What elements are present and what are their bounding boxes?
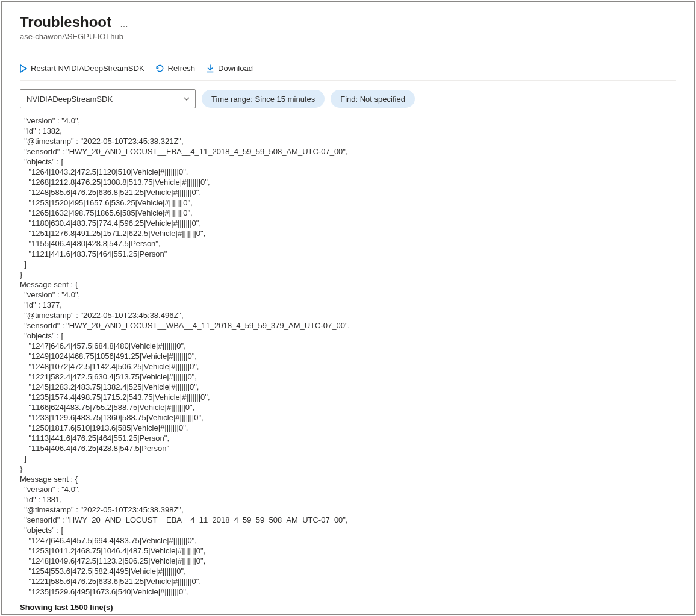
log-line: Message sent : { [20,474,676,484]
breadcrumb-subtitle: ase-chawonASEGPU-IOThub [20,32,676,41]
log-line: "1113|441.6|476.25|464|551.25|Person", [20,433,676,443]
page-title: Troubleshoot [20,14,111,31]
page-container: Troubleshoot … ase-chawonASEGPU-IOThub R… [1,1,695,615]
log-line: "objects" : [ [20,525,676,535]
log-line: "version" : "4.0", [20,116,676,126]
log-line: "@timestamp" : "2022-05-10T23:45:38.496Z… [20,310,676,320]
module-select[interactable]: NVIDIADeepStreamSDK [20,89,196,108]
more-actions-ellipsis[interactable]: … [120,19,129,29]
log-line: } [20,269,676,279]
find-pill[interactable]: Find: Not specified [331,90,415,108]
log-line: "@timestamp" : "2022-05-10T23:45:38.321Z… [20,136,676,146]
log-line: "1248|1049.6|472.5|1123.2|506.25|Vehicle… [20,556,676,566]
restart-label: Restart NVIDIADeepStreamSDK [31,64,144,73]
log-line: "1166|624|483.75|755.2|588.75|Vehicle|#|… [20,402,676,412]
log-line: "1121|441.6|483.75|464|551.25|Person" [20,249,676,259]
log-line: ] [20,259,676,269]
log-line: "objects" : [ [20,157,676,167]
log-line: "1268|1212.8|476.25|1308.8|513.75|Vehicl… [20,177,676,187]
log-line: "1253|1520|495|1657.6|536.25|Vehicle|#||… [20,198,676,208]
log-line: "1254|553.6|472.5|582.4|495|Vehicle|#|||… [20,566,676,576]
log-line: "id" : 1382, [20,126,676,136]
log-line: "1249|1024|468.75|1056|491.25|Vehicle|#|… [20,351,676,361]
log-footer: Showing last 1500 line(s) [20,603,676,612]
log-line: "1221|585.6|476.25|633.6|521.25|Vehicle|… [20,576,676,586]
time-range-pill[interactable]: Time range: Since 15 minutes [202,90,325,108]
log-line: "1264|1043.2|472.5|1120|510|Vehicle|#|||… [20,167,676,177]
log-line: Message sent : { [20,279,676,290]
log-line: "1250|1817.6|510|1913.6|585|Vehicle|#|||… [20,423,676,433]
log-line: "objects" : [ [20,331,676,341]
download-icon [206,64,214,73]
log-line: "1248|1072|472.5|1142.4|506.25|Vehicle|#… [20,361,676,372]
log-line: "sensorId" : "HWY_20_AND_LOCUST__EBA__4_… [20,515,676,525]
log-line: "1253|1011.2|468.75|1046.4|487.5|Vehicle… [20,546,676,556]
log-line: "1251|1276.8|491.25|1571.2|622.5|Vehicle… [20,228,676,238]
log-line: "1221|582.4|472.5|630.4|513.75|Vehicle|#… [20,372,676,382]
log-output: "version" : "4.0", "id" : 1382, "@timest… [20,116,676,597]
log-line: "version" : "4.0", [20,290,676,300]
log-line: "id" : 1377, [20,300,676,310]
toolbar: Restart NVIDIADeepStreamSDK Refresh Down… [20,63,676,81]
log-line: "1155|406.4|480|428.8|547.5|Person", [20,238,676,249]
refresh-button[interactable]: Refresh [155,63,196,74]
log-line: ] [20,453,676,464]
log-line: "1247|646.4|457.5|684.8|480|Vehicle|#|||… [20,341,676,351]
log-line: "version" : "4.0", [20,484,676,494]
download-button[interactable]: Download [206,63,253,74]
header-row: Troubleshoot … [20,14,676,31]
log-line: "1247|646.4|457.5|694.4|483.75|Vehicle|#… [20,535,676,546]
download-label: Download [218,64,253,73]
log-line: "1248|585.6|476.25|636.8|521.25|Vehicle|… [20,187,676,198]
log-line: "1235|1529.6|495|1673.6|540|Vehicle|#|||… [20,586,676,597]
log-line: "@timestamp" : "2022-05-10T23:45:38.398Z… [20,505,676,515]
log-line: "1265|1632|498.75|1865.6|585|Vehicle|#||… [20,208,676,218]
log-line: "1245|1283.2|483.75|1382.4|525|Vehicle|#… [20,382,676,392]
log-line: } [20,464,676,474]
log-line: "id" : 1381, [20,494,676,505]
restart-button[interactable]: Restart NVIDIADeepStreamSDK [20,63,144,74]
log-line: "1180|630.4|483.75|774.4|596.25|Vehicle|… [20,218,676,228]
play-icon [20,64,27,73]
refresh-icon [155,64,164,73]
chevron-down-icon [183,95,190,102]
log-line: "sensorId" : "HWY_20_AND_LOCUST__EBA__4_… [20,146,676,157]
log-line: "1154|406.4|476.25|428.8|547.5|Person" [20,443,676,453]
log-line: "1233|1129.6|483.75|1360|588.75|Vehicle|… [20,412,676,423]
refresh-label: Refresh [168,64,196,73]
module-select-value: NVIDIADeepStreamSDK [26,95,113,104]
filter-row: NVIDIADeepStreamSDK Time range: Since 15… [20,89,676,108]
log-line: "1235|1574.4|498.75|1715.2|543.75|Vehicl… [20,392,676,402]
log-line: "sensorId" : "HWY_20_AND_LOCUST__WBA__4_… [20,320,676,331]
